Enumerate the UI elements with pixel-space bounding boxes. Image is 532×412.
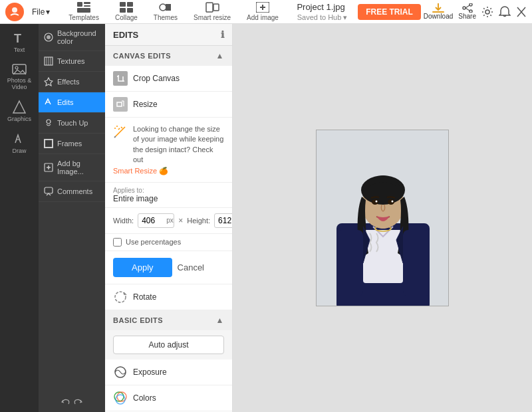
sidebar-item-text[interactable]: T Text xyxy=(2,27,37,57)
templates-tool[interactable]: Templates xyxy=(63,1,104,23)
top-right-icons: Download Share xyxy=(424,3,527,20)
side-panel-touch-up[interactable]: Touch Up xyxy=(39,113,105,134)
themes-tool[interactable]: Themes xyxy=(148,1,183,23)
main-layout: T Text Photos & Video Graphics Draw Back… xyxy=(0,24,532,412)
cancel-button[interactable]: Cancel xyxy=(178,262,204,272)
top-tools: Templates Collage Themes Smart resize Ad… xyxy=(63,1,284,23)
free-trial-button[interactable]: FREE TRIAL xyxy=(358,4,421,20)
svg-line-19 xyxy=(466,5,469,8)
rotate-icon xyxy=(113,290,128,304)
svg-point-21 xyxy=(485,10,489,14)
side-panel-background-color[interactable]: Background color xyxy=(39,24,105,51)
applies-to: Applies to: Entire image xyxy=(105,183,232,208)
side-panel-comments[interactable]: Comments xyxy=(39,181,105,202)
crop-icon xyxy=(113,71,128,86)
download-button[interactable]: Download xyxy=(424,3,453,20)
basic-edits-header: BASIC EDITS ▲ xyxy=(105,310,232,330)
svg-point-37 xyxy=(47,120,51,124)
svg-point-16 xyxy=(469,3,472,6)
rotate-item[interactable]: Rotate xyxy=(105,284,232,310)
project-title: Project 1.jpg Saved to Hub ▾ xyxy=(287,2,355,22)
svg-rect-2 xyxy=(84,2,90,4)
svg-rect-4 xyxy=(77,8,90,13)
canvas-edits-chevron[interactable]: ▲ xyxy=(216,51,224,60)
side-panel-edits[interactable]: Edits xyxy=(39,92,105,113)
svg-rect-68 xyxy=(403,230,430,296)
svg-rect-10 xyxy=(206,3,213,12)
canvas-image xyxy=(316,130,449,306)
svg-rect-1 xyxy=(77,2,82,7)
svg-point-65 xyxy=(376,201,378,203)
magic-wand-icon xyxy=(113,124,128,139)
exposure-icon xyxy=(113,365,128,379)
crop-canvas-item[interactable]: Crop Canvas xyxy=(105,66,232,92)
svg-rect-6 xyxy=(127,2,133,7)
top-bar: File ▾ Templates Collage Themes Smart re… xyxy=(0,0,532,24)
settings-icon[interactable] xyxy=(481,6,493,18)
side-panel-textures[interactable]: Textures xyxy=(39,51,105,72)
canvas-edits-header: CANVAS EDITS ▲ xyxy=(105,46,232,66)
svg-rect-5 xyxy=(120,2,126,7)
svg-rect-8 xyxy=(127,8,133,13)
side-panel-frames[interactable]: Frames xyxy=(39,134,105,154)
svg-line-46 xyxy=(114,136,116,138)
svg-text:T: T xyxy=(14,32,21,45)
resize-item[interactable]: Resize xyxy=(105,92,232,118)
icon-sidebar: T Text Photos & Video Graphics Draw xyxy=(0,24,39,412)
action-row: Apply Cancel xyxy=(105,251,232,284)
undo-icon[interactable] xyxy=(61,397,70,407)
svg-rect-7 xyxy=(120,8,126,13)
side-panel-effects[interactable]: Effects xyxy=(39,72,105,92)
colors-item[interactable]: Colors xyxy=(105,385,232,411)
svg-point-64 xyxy=(388,199,394,205)
sidebar-item-draw[interactable]: Draw xyxy=(2,128,37,158)
svg-point-9 xyxy=(160,4,166,11)
side-panel-add-bg-image[interactable]: Add bg Image... xyxy=(39,154,105,181)
svg-point-66 xyxy=(392,201,394,203)
svg-point-18 xyxy=(463,7,466,9)
apply-button[interactable]: Apply xyxy=(113,258,172,277)
svg-rect-11 xyxy=(213,4,219,11)
multiply-sign: × xyxy=(178,216,183,225)
collage-tool[interactable]: Collage xyxy=(110,1,143,23)
width-input-container: px xyxy=(138,213,174,228)
smart-resize-tool[interactable]: Smart resize xyxy=(188,1,236,23)
canvas-area xyxy=(233,24,532,412)
side-panel: Background color Textures Effects Edits … xyxy=(39,24,105,412)
colors-icon xyxy=(113,391,128,405)
svg-rect-3 xyxy=(84,5,90,7)
smart-resize-info: Looking to change the size of your image… xyxy=(105,118,232,183)
share-button[interactable]: Share xyxy=(458,3,476,20)
redo-icon[interactable] xyxy=(73,397,82,407)
svg-point-51 xyxy=(116,395,125,404)
svg-rect-67 xyxy=(336,230,363,296)
smart-resize-link[interactable]: Smart Resize 🍊 xyxy=(113,167,168,175)
svg-rect-42 xyxy=(45,187,53,193)
height-input-container: px xyxy=(214,213,233,228)
basic-edits-chevron[interactable]: ▲ xyxy=(216,316,224,325)
info-icon: ℹ xyxy=(221,29,224,40)
width-input[interactable] xyxy=(142,216,165,225)
use-percentages-checkbox[interactable] xyxy=(113,238,122,247)
exposure-item[interactable]: Exposure xyxy=(105,360,232,385)
add-image-tool[interactable]: Add image xyxy=(241,1,284,23)
svg-point-26 xyxy=(15,66,18,69)
height-input[interactable] xyxy=(218,216,233,225)
svg-marker-35 xyxy=(45,78,53,86)
notification-icon[interactable] xyxy=(499,6,511,18)
resize-icon xyxy=(113,97,128,112)
person-svg xyxy=(317,130,449,306)
close-icon[interactable] xyxy=(516,6,527,18)
svg-rect-38 xyxy=(45,140,53,148)
auto-adjust-button[interactable]: Auto adjust xyxy=(113,336,224,354)
sidebar-item-photos[interactable]: Photos & Video xyxy=(2,58,37,94)
file-menu[interactable]: File ▾ xyxy=(27,5,55,19)
svg-line-20 xyxy=(466,8,469,11)
use-percentages-row: Use percentages xyxy=(105,234,232,251)
sidebar-item-graphics[interactable]: Graphics xyxy=(2,96,37,126)
svg-point-30 xyxy=(47,35,51,39)
svg-rect-43 xyxy=(117,102,122,106)
edits-panel: EDITS ℹ CANVAS EDITS ▲ Crop Canvas Resiz… xyxy=(105,24,233,412)
saved-text[interactable]: Saved to Hub ▾ xyxy=(297,13,348,21)
svg-point-0 xyxy=(12,7,17,13)
